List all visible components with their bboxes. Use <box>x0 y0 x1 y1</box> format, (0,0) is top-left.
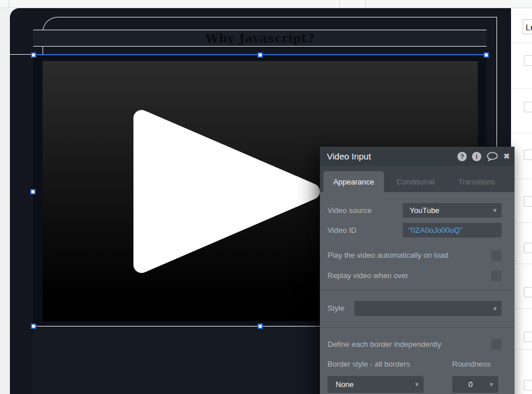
replay-checkbox[interactable] <box>491 271 502 281</box>
bubble-editor-screen: Why Javascript? Le <box>0 0 532 394</box>
video-id-label: Video ID <box>327 223 357 237</box>
define-borders-checkbox[interactable] <box>491 339 502 350</box>
panel-header[interactable]: Video Input ? i ✖ <box>320 147 515 166</box>
roundness-label: Roundness <box>452 359 491 370</box>
video-id-input[interactable]: “0ZA0oJo00uQ” <box>403 223 502 237</box>
resize-handle-top-left[interactable] <box>31 52 36 58</box>
heading-text: Why Javascript? <box>206 31 315 45</box>
panel-tabs: Appearance Conditional Transitions <box>320 166 515 192</box>
help-icon[interactable]: ? <box>457 152 467 161</box>
strip-row-divider <box>511 88 532 89</box>
toolbar-divider <box>339 0 340 8</box>
selection-left-stub <box>10 54 33 55</box>
video-source-dropdown[interactable]: YouTube ▾ <box>403 203 502 218</box>
define-borders-label: Define each border independently <box>327 339 441 350</box>
strip-checkbox[interactable] <box>524 332 532 342</box>
strip-row-divider <box>511 42 532 43</box>
resize-handle-bottom-center[interactable] <box>258 324 263 329</box>
heading-element[interactable]: Why Javascript? <box>33 30 487 47</box>
toolbar-divider <box>365 0 366 8</box>
strip-checkbox[interactable] <box>524 150 532 160</box>
section-divider <box>320 327 515 328</box>
tab-conditional[interactable]: Conditional <box>385 171 446 192</box>
comment-icon[interactable] <box>487 152 498 161</box>
chevron-down-icon: ▾ <box>415 381 418 388</box>
autoplay-label: Play the video automatically on load <box>327 250 448 261</box>
roundness-dropdown[interactable]: 0 ▾ <box>452 376 498 393</box>
strip-checkbox[interactable] <box>524 196 532 207</box>
close-icon[interactable]: ✖ <box>503 152 510 161</box>
video-source-label: Video source <box>327 203 372 218</box>
section-divider <box>320 290 515 290</box>
strip-checkbox[interactable] <box>524 55 532 66</box>
strip-checkbox[interactable] <box>524 243 532 253</box>
strip-checkbox[interactable] <box>524 102 532 112</box>
autoplay-checkbox[interactable] <box>491 250 502 261</box>
resize-handle-bottom-left[interactable] <box>31 324 36 329</box>
resize-handle-top-center[interactable] <box>258 52 263 58</box>
chevron-down-icon: ▾ <box>493 207 496 214</box>
replay-label: Replay video when over <box>327 271 408 281</box>
canvas-gutter <box>0 8 10 394</box>
panel-body: Video source YouTube ▾ Video ID “0ZA0oJo… <box>320 192 515 394</box>
chevron-down-icon: ▾ <box>489 381 493 388</box>
resize-handle-top-right[interactable] <box>484 52 489 58</box>
video-input-property-panel: Video Input ? i ✖ Appearance Conditional… <box>320 147 515 394</box>
tab-appearance[interactable]: Appearance <box>323 171 384 192</box>
border-style-label: Border style - all borders <box>327 359 410 370</box>
strip-checkbox[interactable] <box>524 287 532 297</box>
panel-title: Video Input <box>320 151 371 161</box>
toolbar-divider <box>9 0 9 8</box>
chevron-down-icon: ▾ <box>493 305 496 313</box>
style-dropdown[interactable]: ▾ <box>354 301 502 316</box>
border-style-dropdown[interactable]: None ▾ <box>327 376 424 393</box>
tab-transitions[interactable]: Transitions <box>446 171 507 192</box>
strip-label-text: Le <box>526 22 532 32</box>
strip-checkbox[interactable] <box>524 380 532 391</box>
strip-row-divider <box>511 133 532 133</box>
editor-toolbar <box>0 0 532 8</box>
style-label: Style <box>327 301 344 316</box>
info-icon[interactable]: i <box>472 152 481 161</box>
resize-handle-middle-left[interactable] <box>30 189 36 194</box>
strip-label-box[interactable]: Le <box>523 19 532 34</box>
